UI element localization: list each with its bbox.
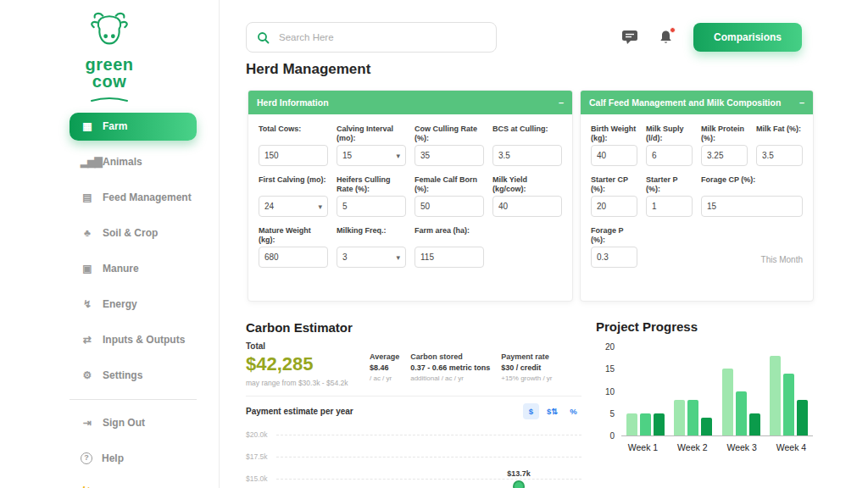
- brand-name-line2: cow: [0, 73, 219, 90]
- calving-interval-select[interactable]: 15▾: [337, 145, 406, 166]
- sidebar-item-label: Soil & Crop: [103, 227, 158, 239]
- field-farm-area: Farm area (ha):: [415, 226, 484, 268]
- comparisons-button[interactable]: Comparisions: [693, 23, 802, 52]
- y-tick-label: 10: [596, 387, 615, 396]
- total-range-note: may range from $30.3k - $54.2k: [246, 379, 370, 387]
- total-cows-input[interactable]: [259, 145, 328, 166]
- sidebar-item-farm[interactable]: ▦Farm: [70, 113, 197, 141]
- stat-label: Carbon stored: [410, 352, 490, 361]
- stat-label: Average: [370, 352, 399, 361]
- marker-dot-icon: [513, 480, 525, 488]
- starter-p-input[interactable]: [646, 196, 693, 217]
- cow-icon: [82, 10, 136, 53]
- payment-marker-label: $13.7k: [500, 469, 537, 478]
- energy-icon: ↯: [81, 298, 93, 310]
- field-starter-cp: Starter CP (%):: [591, 175, 637, 217]
- panels-row: Herd Information – Total Cows:Calving In…: [248, 90, 814, 302]
- payment-estimate-row: Payment estimate per year $$⇅%: [246, 403, 581, 419]
- bcs-at-culling-input[interactable]: [492, 145, 562, 166]
- starter-cp-input[interactable]: [591, 196, 637, 217]
- gridline: [276, 435, 581, 435]
- bar-medium: [640, 413, 651, 435]
- stat-carbon-stored: Carbon stored0.37 - 0.66 metric tonsaddi…: [410, 352, 490, 387]
- milking-freq-select[interactable]: 3▾: [337, 247, 406, 268]
- birth-weight-input[interactable]: [591, 145, 637, 166]
- herd-information-panel: Herd Information – Total Cows:Calving In…: [248, 90, 573, 302]
- unit-toggle-group: $$⇅%: [523, 403, 581, 419]
- field-birth-weight: Birth Weight (kg):: [591, 125, 637, 166]
- gridline-row: $20.0k: [246, 424, 581, 446]
- total-value: $42,285: [246, 353, 370, 375]
- field-total-cows: Total Cows:: [259, 125, 328, 166]
- milk-yield-input[interactable]: [492, 196, 562, 217]
- field-label: Starter P (%):: [646, 175, 693, 196]
- inputs-outputs-icon: ⇄: [81, 334, 93, 346]
- chat-icon[interactable]: [621, 30, 638, 45]
- bar-dark: [701, 418, 712, 435]
- carbon-estimator-section: Carbon Estimator Total $42,285 may range…: [246, 320, 581, 488]
- milk-protein-input[interactable]: [701, 145, 748, 166]
- unit-toggle-dollar[interactable]: $: [523, 403, 539, 419]
- select-value: 3: [342, 252, 348, 262]
- sidebar-item-label: Sign Out: [103, 417, 145, 429]
- grid-icon: ▦: [81, 120, 93, 132]
- brand-name-line1: green: [0, 56, 219, 73]
- sidebar-item-manure[interactable]: ▣Manure: [70, 255, 197, 283]
- sidebar-item-animals[interactable]: ▂▅▇Animals: [70, 148, 197, 176]
- lightning-icon: ↯: [81, 484, 92, 488]
- project-progress-title: Project Progress: [596, 319, 816, 334]
- y-tick-label: $15.0k: [246, 474, 276, 483]
- sidebar-item-inputs-outputs[interactable]: ⇄Inputs & Outputs: [70, 326, 197, 354]
- payment-estimate-chart: $20.0k$17.5k$15.0k $13.7k: [246, 424, 581, 488]
- payment-estimate-label: Payment estimate per year: [246, 407, 353, 416]
- stat-note: additional / ac / yr: [410, 374, 490, 382]
- y-tick-label: $17.5k: [246, 452, 276, 461]
- sidebar-item-label: Manure: [103, 263, 139, 274]
- search-input[interactable]: [277, 31, 486, 43]
- forage-cp-input[interactable]: [701, 196, 803, 217]
- female-calf-born-input[interactable]: [415, 196, 484, 217]
- heifers-culling-rate-input[interactable]: [337, 196, 406, 217]
- sidebar-item-label: Farm: [103, 120, 127, 132]
- brand-underline: [90, 96, 129, 103]
- field-label: Milk Fat (%):: [756, 125, 803, 145]
- everse-logo: ↯ eVerse.AI: [81, 484, 219, 488]
- x-tick-label: Week 1: [621, 442, 665, 452]
- sidebar-item-sign-out[interactable]: ⇥Sign Out: [70, 409, 197, 437]
- mature-weight-input[interactable]: [259, 247, 328, 268]
- cow-culling-rate-input[interactable]: [415, 145, 484, 166]
- period-label: This Month: [701, 255, 803, 268]
- farm-area-input[interactable]: [415, 247, 484, 268]
- calf-panel-header: Calf Feed Management and Milk Compositio…: [581, 91, 813, 114]
- field-milk-protein: Milk Protein (%):: [701, 125, 748, 166]
- field-milk-yield: Milk Yield (kg/cow):: [492, 175, 562, 217]
- sidebar-item-settings[interactable]: ⚙Settings: [70, 362, 197, 390]
- unit-toggle-percent[interactable]: %: [565, 403, 581, 419]
- sidebar-item-energy[interactable]: ↯Energy: [70, 291, 197, 319]
- x-tick-label: Week 3: [721, 442, 764, 452]
- carbon-divider: [246, 396, 581, 396]
- sidebar-item-feed-management[interactable]: ▤Feed Management: [70, 184, 197, 212]
- sidebar-menu: ▦Farm▂▅▇Animals▤Feed Management♣Soil & C…: [0, 113, 219, 390]
- forage-p-input[interactable]: [591, 247, 637, 268]
- project-progress-section: Project Progress Week 1Week 2Week 3Week …: [596, 319, 816, 466]
- bar-group: [770, 356, 808, 436]
- sidebar-item-soil-crop[interactable]: ♣Soil & Crop: [70, 219, 197, 247]
- field-label: Starter CP (%):: [591, 175, 637, 196]
- select-value: 15: [342, 151, 352, 160]
- notifications-bell-icon[interactable]: [659, 30, 673, 46]
- milk-suply-input[interactable]: [646, 145, 693, 166]
- milk-fat-input[interactable]: [756, 145, 803, 166]
- bar-group: [626, 413, 665, 435]
- sidebar-item-help[interactable]: ?Help: [70, 445, 197, 473]
- field-label: Cow Culling Rate (%):: [415, 125, 484, 145]
- first-calving-select[interactable]: 24▾: [259, 196, 328, 217]
- bar-group: [674, 400, 712, 435]
- collapse-icon[interactable]: –: [799, 97, 804, 108]
- field-milk-fat: Milk Fat (%):: [756, 125, 803, 166]
- collapse-icon[interactable]: –: [559, 97, 564, 108]
- stat-payment-rate: Payment rate$30 / credit+15% growth / yr: [501, 352, 552, 387]
- unit-toggle-dollar-chart[interactable]: $⇅: [544, 403, 560, 419]
- field-label: Milk Protein (%):: [701, 125, 748, 145]
- field-female-calf-born: Female Calf Born (%):: [415, 175, 484, 217]
